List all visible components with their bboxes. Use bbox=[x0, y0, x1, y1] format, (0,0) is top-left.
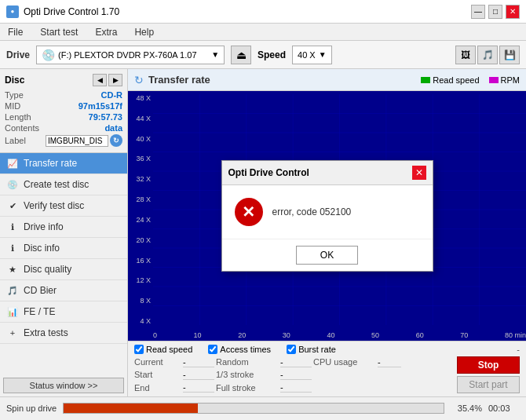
menu-extra[interactable]: Extra bbox=[90, 25, 122, 39]
read-speed-label: Read speed bbox=[146, 345, 192, 354]
close-button[interactable]: ✕ bbox=[506, 5, 520, 19]
sidebar-item-disc-quality[interactable]: ★ Disc quality bbox=[0, 259, 127, 280]
legend-rpm: RPM bbox=[489, 75, 520, 85]
menu-file[interactable]: File bbox=[3, 25, 27, 39]
read-speed-checkbox-label[interactable]: Read speed bbox=[134, 345, 192, 354]
sidebar: Disc ◀ ▶ Type CD-R MID 97m15s17f Length bbox=[0, 69, 128, 396]
sidebar-item-label-disc-quality: Disc quality bbox=[24, 264, 71, 275]
access-times-checkbox[interactable] bbox=[208, 345, 217, 354]
error-message: error, code 052100 bbox=[272, 206, 352, 217]
random-value: - bbox=[280, 357, 312, 367]
stats-grid: Current - Random - CPU usage - Start - 1… bbox=[134, 356, 454, 393]
fe-te-icon: 📊 bbox=[6, 305, 19, 318]
drive-info-icon: ℹ bbox=[6, 221, 19, 233]
drive-label: Drive bbox=[6, 49, 30, 60]
disc-icon-next[interactable]: ▶ bbox=[108, 74, 122, 86]
stop-button[interactable]: Stop bbox=[457, 356, 520, 374]
sidebar-item-extra-tests[interactable]: + Extra tests bbox=[0, 323, 127, 344]
disc-type-value: CD-R bbox=[101, 90, 123, 100]
status-window-button[interactable]: Status window >> bbox=[3, 378, 124, 393]
dialog-title-bar: Opti Drive Control ✕ bbox=[222, 161, 433, 185]
chart-container: 48 X 44 X 40 X 36 X 32 X 28 X 24 X 20 X … bbox=[128, 91, 526, 341]
checkbox-row: Read speed Access times Burst rate - bbox=[134, 345, 520, 354]
end-value: - bbox=[183, 382, 214, 393]
extra-tests-icon: + bbox=[6, 327, 19, 339]
speed-value: 40 X bbox=[298, 50, 316, 60]
transfer-rate-icon: 📈 bbox=[6, 157, 19, 170]
cpu-value: - bbox=[378, 357, 401, 367]
sidebar-item-label-verify-test-disc: Verify test disc bbox=[24, 200, 84, 211]
sidebar-item-cd-bier[interactable]: 🎵 CD Bier bbox=[0, 280, 127, 301]
dialog-overlay: Opti Drive Control ✕ ✕ error, code 05210… bbox=[128, 91, 526, 341]
disc-contents-value: data bbox=[104, 123, 122, 133]
controls-row: Read speed Access times Burst rate - bbox=[128, 341, 526, 396]
menu-bar: File Start test Extra Help bbox=[0, 24, 526, 41]
content-title: Transfer rate bbox=[148, 74, 210, 86]
content-header: ↻ Transfer rate Read speed RPM bbox=[128, 69, 526, 91]
sidebar-item-label-drive-info: Drive info bbox=[24, 221, 64, 232]
disc-type-label: Type bbox=[5, 90, 24, 100]
access-times-label: Access times bbox=[220, 345, 271, 354]
stats-area: Current - Random - CPU usage - Start - 1… bbox=[134, 356, 520, 393]
create-test-disc-icon: 💿 bbox=[6, 178, 19, 191]
random-label: Random bbox=[216, 357, 279, 367]
disc-length-value: 79:57.73 bbox=[89, 112, 122, 122]
legend-read-speed-color bbox=[421, 77, 430, 83]
progress-bar-fill bbox=[64, 404, 198, 413]
legend-read-speed-label: Read speed bbox=[433, 75, 479, 85]
dialog-close-button[interactable]: ✕ bbox=[412, 166, 426, 180]
sidebar-item-label-create-test-disc: Create test disc bbox=[24, 179, 89, 190]
maximize-button[interactable]: □ bbox=[488, 5, 502, 19]
sidebar-item-label-cd-bier: CD Bier bbox=[24, 285, 57, 296]
toolbar-icon-save[interactable]: 💾 bbox=[499, 46, 520, 64]
eject-button[interactable]: ⏏ bbox=[231, 46, 251, 64]
disc-quality-icon: ★ bbox=[6, 263, 19, 276]
sidebar-item-create-test-disc[interactable]: 💿 Create test disc bbox=[0, 174, 127, 195]
sidebar-item-verify-test-disc[interactable]: ✔ Verify test disc bbox=[0, 195, 127, 217]
burst-rate-checkbox[interactable] bbox=[287, 345, 296, 354]
disc-label-refresh-button[interactable]: ↻ bbox=[110, 134, 122, 147]
speed-dropdown-arrow: ▼ bbox=[319, 50, 327, 59]
sidebar-item-label-transfer-rate: Transfer rate bbox=[24, 158, 77, 169]
minimize-button[interactable]: — bbox=[471, 5, 485, 19]
sidebar-item-label-fe-te: FE / TE bbox=[24, 306, 55, 317]
drive-select[interactable]: 💿 (F:) PLEXTOR DVDR PX-760A 1.07 ▼ bbox=[36, 46, 225, 64]
toolbar-icon-2[interactable]: 🎵 bbox=[477, 46, 498, 64]
error-x-icon: ✕ bbox=[242, 203, 255, 221]
cd-bier-icon: 🎵 bbox=[6, 284, 19, 297]
disc-label-input[interactable] bbox=[46, 135, 108, 147]
speed-select[interactable]: 40 X ▼ bbox=[292, 46, 332, 64]
legend-rpm-color bbox=[489, 77, 499, 83]
menu-help[interactable]: Help bbox=[130, 25, 159, 39]
read-speed-checkbox[interactable] bbox=[134, 345, 144, 354]
burst-rate-value-label: - bbox=[517, 345, 520, 354]
sidebar-item-label-extra-tests: Extra tests bbox=[24, 327, 68, 338]
disc-info-icon: ℹ bbox=[6, 242, 19, 254]
onethird-label: 1/3 stroke bbox=[216, 370, 279, 379]
menu-start-test[interactable]: Start test bbox=[35, 25, 82, 39]
start-value: - bbox=[183, 370, 214, 380]
verify-test-disc-icon: ✔ bbox=[6, 199, 19, 212]
disc-mid-label: MID bbox=[5, 101, 20, 111]
disc-mid-value: 97m15s17f bbox=[79, 101, 122, 111]
legend-rpm-label: RPM bbox=[501, 75, 520, 85]
toolbar-icon-1[interactable]: 🖼 bbox=[455, 46, 476, 64]
main-area: Disc ◀ ▶ Type CD-R MID 97m15s17f Length bbox=[0, 69, 526, 396]
error-icon: ✕ bbox=[235, 198, 263, 226]
end-label: End bbox=[134, 383, 181, 393]
disc-icon-prev[interactable]: ◀ bbox=[93, 74, 107, 86]
sidebar-item-drive-info[interactable]: ℹ Drive info bbox=[0, 217, 127, 238]
app-title: Opti Drive Control 1.70 bbox=[24, 6, 119, 17]
start-part-button[interactable]: Start part bbox=[457, 376, 520, 393]
burst-rate-checkbox-label[interactable]: Burst rate bbox=[287, 345, 336, 354]
sidebar-item-disc-info[interactable]: ℹ Disc info bbox=[0, 238, 127, 259]
legend-read-speed: Read speed bbox=[421, 75, 479, 85]
onethird-value: - bbox=[280, 370, 312, 380]
access-times-checkbox-label[interactable]: Access times bbox=[208, 345, 271, 354]
ok-button[interactable]: OK bbox=[296, 246, 358, 265]
fullstroke-label: Full stroke bbox=[216, 383, 279, 393]
sidebar-item-fe-te[interactable]: 📊 FE / TE bbox=[0, 301, 127, 323]
sidebar-item-transfer-rate[interactable]: 📈 Transfer rate bbox=[0, 153, 127, 174]
cpu-label: CPU usage bbox=[313, 357, 376, 367]
disc-label-label: Label bbox=[5, 136, 26, 145]
